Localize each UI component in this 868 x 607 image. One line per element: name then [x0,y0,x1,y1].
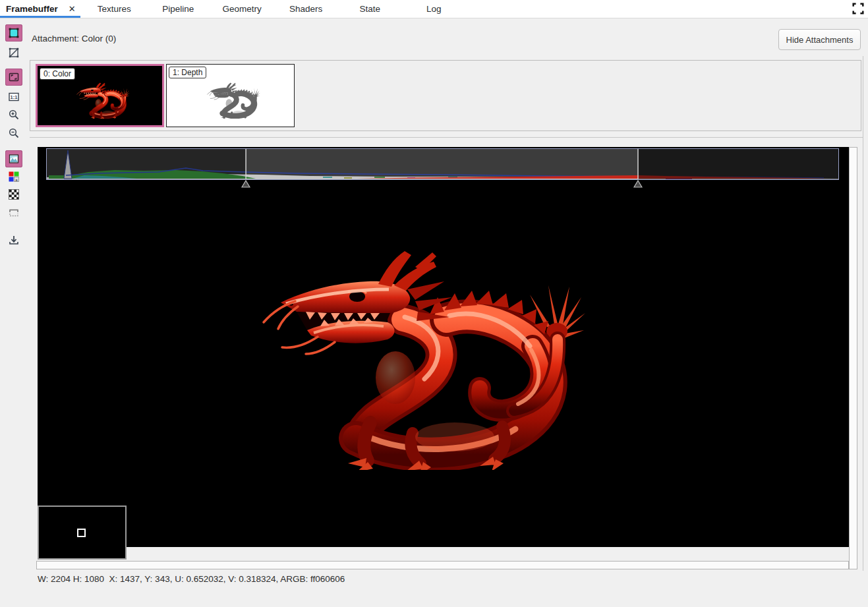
range-fit-icon [8,206,20,218]
tab-pipeline[interactable]: Pipeline [146,0,210,18]
background-color-button[interactable] [5,24,22,42]
vertical-scrollbar[interactable] [849,147,857,569]
attachment-thumbnail-depth[interactable]: 1: Depth [166,64,295,127]
texture-viewport[interactable] [38,147,849,547]
application-window: Framebuffer ✕ Textures Pipeline Geometry… [0,0,868,607]
range-max-handle[interactable] [633,179,643,187]
zoom-1-1-button[interactable]: 1:1 [5,88,22,105]
status-bar: W: 2204 H: 1080 X: 1437, Y: 343, U: 0.65… [38,574,345,584]
tab-pipeline-label: Pipeline [162,4,194,14]
histogram-view-icon [8,153,20,165]
active-tab-underline [0,16,80,18]
range-min-handle-icon [241,180,250,188]
tab-state[interactable]: State [338,0,402,18]
horizontal-scrollbar[interactable] [36,561,849,569]
pixel-cursor-marker [77,529,86,537]
alpha-checker-icon [8,188,20,200]
tab-log-label: Log [426,4,442,14]
attachment-badge: 0: Color [40,68,75,80]
background-checker-icon [8,47,20,59]
attachment-label: Attachment: Color (0) [32,34,116,43]
attachment-badge: 1: Depth [169,67,206,78]
tab-shaders[interactable]: Shaders [274,0,338,18]
rendered-texture-image [38,147,849,547]
background-checker-button[interactable] [5,44,22,61]
tab-geometry-label: Geometry [223,4,262,14]
zoom-fit-button[interactable] [5,69,22,86]
fullscreen-icon [852,3,864,14]
alpha-checker-button[interactable] [5,186,22,203]
tab-geometry[interactable]: Geometry [210,0,274,18]
tab-framebuffer-label: Framebuffer [6,4,58,14]
hide-attachments-button[interactable]: Hide Attachments [778,29,861,50]
zoom-out-button[interactable] [5,125,22,142]
zoom-fit-icon [8,71,20,83]
fullscreen-button[interactable] [852,3,865,16]
range-histogram[interactable] [46,148,839,180]
range-min-handle[interactable] [241,179,250,187]
tab-textures[interactable]: Textures [82,0,146,18]
background-color-icon [8,27,20,39]
rgba-channels-button[interactable]: a [5,168,22,185]
horizontal-scrollbar-thumb[interactable] [36,561,849,569]
viewer-panel-divider [30,137,863,138]
zoom-in-icon [8,109,20,121]
tab-bar: Framebuffer ✕ Textures Pipeline Geometry… [0,0,868,18]
svg-text:1:1: 1:1 [11,94,18,100]
vertical-scrollbar-thumb[interactable] [849,147,857,569]
pixel-context-box [38,506,127,560]
attachments-panel: 0: Color 1: Depth [30,60,861,131]
tab-textures-label: Textures [98,4,131,14]
close-tab-icon[interactable]: ✕ [69,4,76,14]
attachment-thumbnail-color[interactable]: 0: Color [36,64,164,127]
histogram-view-button[interactable] [5,150,22,167]
zoom-1-1-icon: 1:1 [8,91,20,103]
rgba-channels-icon: a [8,171,20,183]
tab-log[interactable]: Log [402,0,466,18]
tab-framebuffer[interactable]: Framebuffer ✕ [0,0,82,18]
zoom-out-icon [8,127,20,139]
save-texture-button[interactable] [5,231,22,248]
save-texture-icon [8,234,20,246]
tab-shaders-label: Shaders [289,4,322,14]
range-max-handle-icon [633,180,643,188]
histogram-plot [46,148,839,180]
range-fit-button[interactable] [5,204,22,221]
zoom-in-button[interactable] [5,106,22,123]
tab-state-label: State [359,4,380,14]
viewer-panel-right-edge [863,56,863,571]
